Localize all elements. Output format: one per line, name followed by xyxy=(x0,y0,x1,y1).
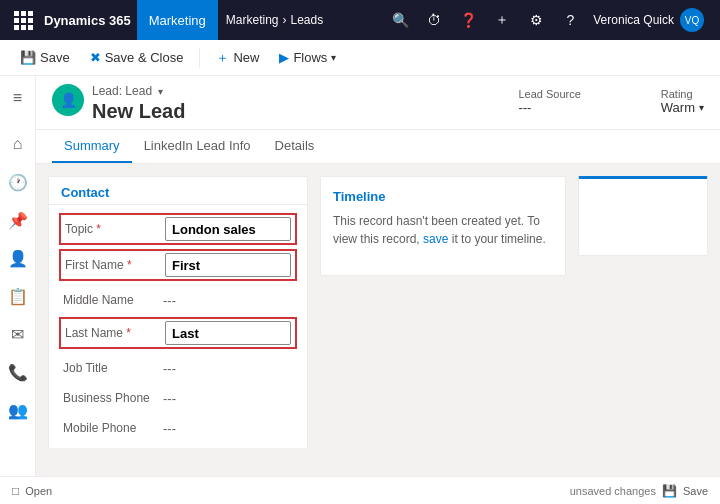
new-button[interactable]: ＋ New xyxy=(208,44,267,72)
mobile-phone-value: --- xyxy=(163,421,176,436)
breadcrumb-separator: › xyxy=(283,13,287,27)
contact-section-body: Topic * First Name * Middle Name --- xyxy=(49,205,307,448)
record-type: Lead: Lead ▾ xyxy=(92,84,510,98)
middle-name-label: Middle Name xyxy=(63,293,163,307)
right-placeholder xyxy=(578,176,708,256)
last-name-input[interactable] xyxy=(165,321,291,345)
job-title-field-row: Job Title --- xyxy=(61,353,295,383)
email-field-row: Email --- xyxy=(61,443,295,448)
last-name-field-row: Last Name * xyxy=(59,317,297,349)
status-open-label[interactable]: Open xyxy=(25,485,52,497)
search-icon[interactable]: 🔍 xyxy=(385,0,415,40)
record-icon: 👤 xyxy=(52,84,84,116)
middle-name-value: --- xyxy=(163,293,176,308)
unsaved-changes-label: unsaved changes xyxy=(570,485,656,497)
tab-details[interactable]: Details xyxy=(263,130,327,163)
form-left: Contact Topic * First Name * xyxy=(48,176,308,436)
status-open-icon: □ xyxy=(12,484,19,498)
breadcrumb: Marketing › Leads xyxy=(218,13,331,27)
user-info[interactable]: Veronica Quick VQ xyxy=(585,8,712,32)
tab-summary[interactable]: Summary xyxy=(52,130,132,163)
top-navigation: Dynamics 365 Marketing Marketing › Leads… xyxy=(0,0,720,40)
record-type-label: Lead: Lead xyxy=(92,84,152,98)
sidebar-phone-icon[interactable]: 📞 xyxy=(0,354,36,390)
first-name-input[interactable] xyxy=(165,253,291,277)
save-close-button[interactable]: ✖ Save & Close xyxy=(82,44,192,72)
sidebar-menu-icon[interactable]: ≡ xyxy=(0,80,36,116)
right-top: Timeline This record hasn't been created… xyxy=(320,176,708,276)
topic-input[interactable] xyxy=(165,217,291,241)
flows-icon: ▶ xyxy=(279,50,289,65)
status-bar-left: □ Open xyxy=(12,484,52,498)
save-status-label[interactable]: Save xyxy=(683,485,708,497)
record-type-chevron-icon[interactable]: ▾ xyxy=(158,86,163,97)
nav-icons: 🔍 ⏱ ❓ ＋ ⚙ ? xyxy=(385,0,585,40)
topic-label: Topic * xyxy=(65,222,165,236)
app-grid-button[interactable] xyxy=(8,0,38,40)
topic-field-row: Topic * xyxy=(59,213,297,245)
sidebar-pin-icon[interactable]: 📌 xyxy=(0,202,36,238)
status-bar-right: unsaved changes 💾 Save xyxy=(570,484,708,498)
new-icon: ＋ xyxy=(216,49,229,67)
add-icon[interactable]: ＋ xyxy=(487,0,517,40)
main-layout: ≡ ⌂ 🕐 📌 👤 📋 ✉ 📞 👥 ⚙ 👤 Lead: Lead ▾ New L… xyxy=(0,76,720,504)
flows-chevron-icon: ▾ xyxy=(331,52,336,63)
mobile-phone-field-row: Mobile Phone --- xyxy=(61,413,295,443)
timeline-save-link[interactable]: save xyxy=(423,232,448,246)
form-area: Contact Topic * First Name * xyxy=(36,164,720,448)
sidebar-leads-icon[interactable]: 📋 xyxy=(0,278,36,314)
help-icon[interactable]: ❓ xyxy=(453,0,483,40)
rating-field: Rating Warm ▾ xyxy=(661,88,704,115)
first-name-field-row: First Name * xyxy=(59,249,297,281)
timeline-message: This record hasn't been created yet. To … xyxy=(333,212,553,248)
separator xyxy=(199,48,200,68)
record-header: 👤 Lead: Lead ▾ New Lead Lead Source --- … xyxy=(36,76,720,130)
job-title-label: Job Title xyxy=(63,361,163,375)
rating-label: Rating xyxy=(661,88,704,100)
business-phone-field-row: Business Phone --- xyxy=(61,383,295,413)
timeline-title: Timeline xyxy=(333,189,553,204)
timeline-msg-post: it to your timeline. xyxy=(452,232,546,246)
page-title: New Lead xyxy=(92,100,510,123)
sidebar-contacts-icon[interactable]: 👤 xyxy=(0,240,36,276)
dynamics-logo: Dynamics 365 xyxy=(38,13,137,28)
rating-chevron-icon: ▾ xyxy=(699,102,704,113)
grid-icon xyxy=(14,11,33,30)
save-button[interactable]: 💾 Save xyxy=(12,44,78,72)
flows-button[interactable]: ▶ Flows ▾ xyxy=(271,44,344,72)
lead-source-value: --- xyxy=(518,100,580,115)
business-phone-value: --- xyxy=(163,391,176,406)
sidebar-recent-icon[interactable]: 🕐 xyxy=(0,164,36,200)
question-icon[interactable]: ? xyxy=(555,0,585,40)
save-status-icon: 💾 xyxy=(662,484,677,498)
contact-section-header: Contact xyxy=(49,177,307,205)
avatar: VQ xyxy=(680,8,704,32)
last-name-label: Last Name * xyxy=(65,326,165,340)
mobile-phone-label: Mobile Phone xyxy=(63,421,163,435)
job-title-value: --- xyxy=(163,361,176,376)
settings-icon[interactable]: ⚙ xyxy=(521,0,551,40)
sidebar-email-icon[interactable]: ✉ xyxy=(0,316,36,352)
user-name: Veronica Quick xyxy=(593,13,674,27)
sidebar-home-icon[interactable]: ⌂ xyxy=(0,126,36,162)
lead-source-label: Lead Source xyxy=(518,88,580,100)
first-name-label: First Name * xyxy=(65,258,165,272)
recents-icon[interactable]: ⏱ xyxy=(419,0,449,40)
module-name[interactable]: Marketing xyxy=(137,0,218,40)
save-close-icon: ✖ xyxy=(90,50,101,65)
sidebar-users-icon[interactable]: 👥 xyxy=(0,392,36,428)
lead-source-field: Lead Source --- xyxy=(518,88,580,115)
main-content: 👤 Lead: Lead ▾ New Lead Lead Source --- … xyxy=(36,76,720,504)
status-bar: □ Open unsaved changes 💾 Save xyxy=(0,476,720,504)
contact-section: Contact Topic * First Name * xyxy=(48,176,308,448)
tab-linkedin[interactable]: LinkedIn Lead Info xyxy=(132,130,263,163)
breadcrumb-parent[interactable]: Marketing xyxy=(226,13,279,27)
save-icon: 💾 xyxy=(20,50,36,65)
form-right: Timeline This record hasn't been created… xyxy=(320,176,708,436)
business-phone-label: Business Phone xyxy=(63,391,163,405)
rating-value[interactable]: Warm ▾ xyxy=(661,100,704,115)
command-bar: 💾 Save ✖ Save & Close ＋ New ▶ Flows ▾ xyxy=(0,40,720,76)
left-sidebar: ≡ ⌂ 🕐 📌 👤 📋 ✉ 📞 👥 ⚙ xyxy=(0,76,36,504)
timeline-section: Timeline This record hasn't been created… xyxy=(320,176,566,276)
breadcrumb-current[interactable]: Leads xyxy=(291,13,324,27)
